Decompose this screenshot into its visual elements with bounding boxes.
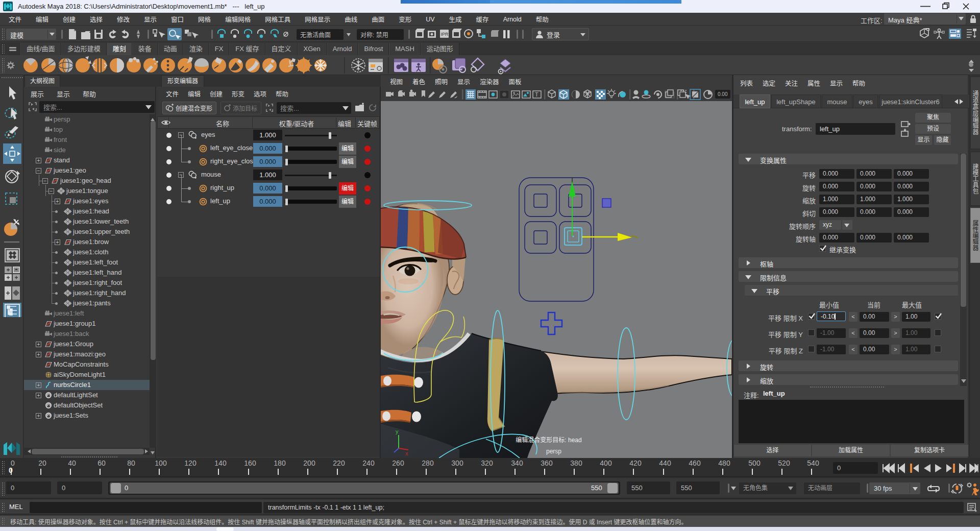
svg-text:T: T xyxy=(535,91,538,98)
svg-text:x: x xyxy=(405,450,408,456)
svg-text:IPR: IPR xyxy=(441,32,449,37)
svg-text:0.00: 0.00 xyxy=(718,91,728,97)
svg-text:persp: persp xyxy=(546,448,561,455)
svg-text:编辑混合变形目标: head: 编辑混合变形目标: head xyxy=(516,436,581,444)
svg-text:y: y xyxy=(396,428,399,435)
